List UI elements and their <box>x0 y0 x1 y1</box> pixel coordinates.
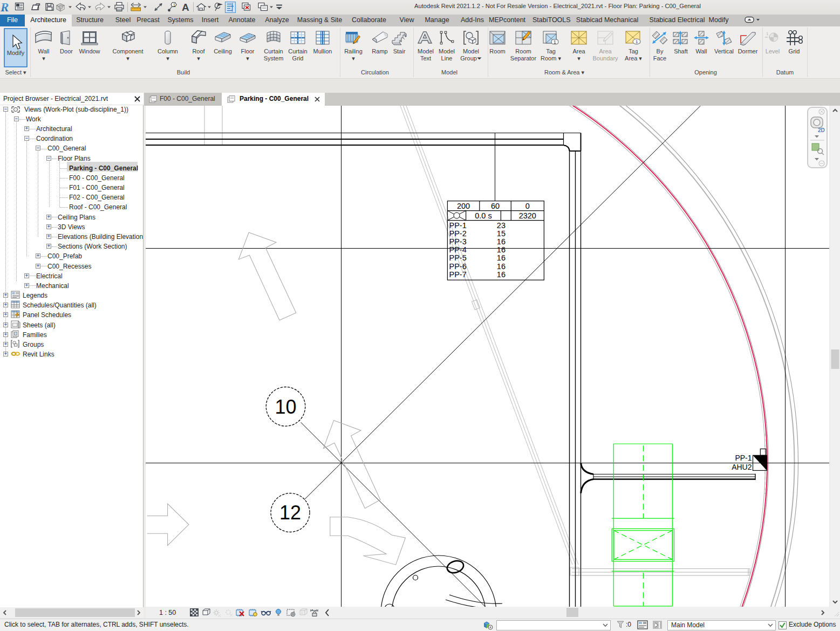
svg-text:2D: 2D <box>818 127 825 133</box>
svg-text:23: 23 <box>497 221 506 230</box>
svg-text:PP-1: PP-1 <box>735 454 752 462</box>
svg-text:PP-1: PP-1 <box>449 221 467 230</box>
svg-text:60: 60 <box>491 202 500 210</box>
svg-text:R: R <box>0 1 9 14</box>
svg-text:PP-5: PP-5 <box>449 253 467 262</box>
svg-text:PP-2: PP-2 <box>449 229 467 238</box>
svg-text:16: 16 <box>497 270 506 279</box>
svg-text:PP-4: PP-4 <box>449 245 467 254</box>
svg-text:0: 0 <box>525 202 530 210</box>
svg-text:15: 15 <box>497 229 506 238</box>
svg-text:1 : 50: 1 : 50 <box>159 609 176 616</box>
svg-text:PP-7: PP-7 <box>449 270 467 279</box>
svg-text:PP-3: PP-3 <box>449 237 467 246</box>
svg-text:16: 16 <box>497 237 506 246</box>
svg-text:AHU2: AHU2 <box>732 463 752 471</box>
svg-text:0.0 s: 0.0 s <box>475 211 491 220</box>
svg-text:PP-6: PP-6 <box>449 262 467 271</box>
svg-text:12: 12 <box>279 502 301 524</box>
svg-text:16: 16 <box>497 262 506 271</box>
svg-text:16: 16 <box>497 245 506 254</box>
svg-text:2320: 2320 <box>519 211 536 220</box>
svg-text:1: 1 <box>173 2 176 8</box>
svg-text:10: 10 <box>275 396 296 418</box>
svg-text:16: 16 <box>497 253 506 262</box>
svg-text:A: A <box>182 2 189 13</box>
svg-text:200: 200 <box>457 202 470 210</box>
